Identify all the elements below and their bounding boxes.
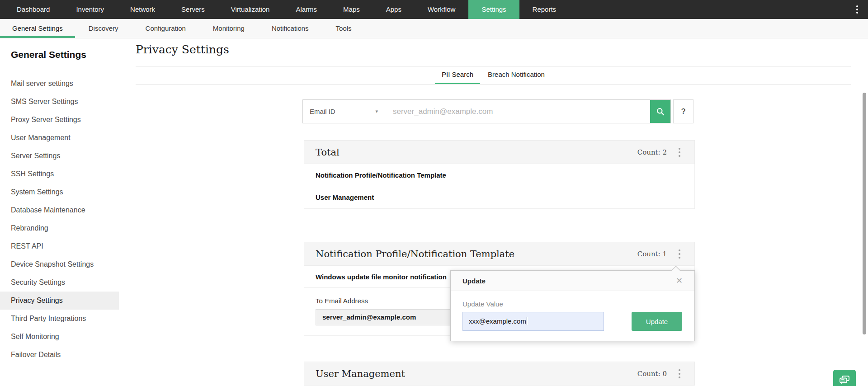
table-row[interactable]: Notification Profile/Notification Templa… [304,164,694,186]
sidebar-item-mail-server-settings[interactable]: Mail server settings [0,75,119,93]
nav-item-maps[interactable]: Maps [330,0,373,19]
text-cursor [527,317,527,325]
section-total: Total Count: 2 Notification Profile/Noti… [304,140,695,209]
popup-title: Update [462,277,486,285]
help-button[interactable]: ? [673,99,693,123]
kebab-dot [679,373,680,375]
count-badge: Count: 0 [637,370,667,378]
section-notification-header: Notification Profile/Notification Templa… [304,242,695,266]
section-user-management: User Management Count: 0 [304,362,695,386]
section-title: Notification Profile/Notification Templa… [316,249,514,259]
scrollbar[interactable] [863,93,866,334]
section-total-header: Total Count: 2 [304,140,695,164]
sidebar: General Settings Mail server settings SM… [0,38,119,386]
nav-item-settings[interactable]: Settings [468,0,519,19]
subnav-tab-tools[interactable]: Tools [322,19,365,38]
search-group: Email ID ▾ [302,99,671,123]
kebab-menu-icon[interactable] [676,248,683,260]
subnav-tab-discovery[interactable]: Discovery [75,19,132,38]
section-total-body: Notification Profile/Notification Templa… [304,164,695,209]
nav-item-reports[interactable]: Reports [519,0,570,19]
sidebar-item-self-monitoring[interactable]: Self Monitoring [0,328,119,346]
kebab-menu-icon[interactable] [676,146,683,158]
nav-item-alarms[interactable]: Alarms [283,0,330,19]
sidebar-item-user-management[interactable]: User Management [0,129,119,147]
sidebar-item-proxy-server-settings[interactable]: Proxy Server Settings [0,111,119,129]
sub-nav: General Settings Discovery Configuration… [0,19,868,38]
kebab-dot [856,5,858,7]
search-button[interactable] [650,100,670,123]
nav-item-dashboard[interactable]: Dashboard [4,0,63,19]
nav-item-workflow[interactable]: Workflow [415,0,468,19]
subnav-tab-monitoring[interactable]: Monitoring [199,19,258,38]
main-content: Privacy Settings PII Search Breach Notif… [119,38,868,386]
kebab-dot [679,257,680,259]
search-input[interactable] [385,100,650,123]
top-nav-items: Dashboard Inventory Network Servers Virt… [0,0,569,19]
sidebar-item-security-settings[interactable]: Security Settings [0,273,119,292]
update-value-label: Update Value [462,300,682,308]
sidebar-item-database-maintenance[interactable]: Database Maintenance [0,201,119,219]
to-email-address-value: server_admin@example.com [316,309,460,325]
sidebar-item-sms-server-settings[interactable]: SMS Server Settings [0,93,119,111]
subnav-tab-configuration[interactable]: Configuration [132,19,199,38]
kebab-dot [856,9,858,10]
kebab-dot [856,12,858,14]
kebab-dot [679,253,680,255]
sidebar-item-privacy-settings[interactable]: Privacy Settings [0,292,119,310]
tab-breach-notification[interactable]: Breach Notification [481,66,552,84]
update-button[interactable]: Update [632,312,682,331]
kebab-dot [679,377,680,378]
search-field-select[interactable]: Email ID ▾ [303,100,385,123]
count-badge: Count: 2 [637,148,667,156]
section-title: Total [316,147,340,158]
sidebar-item-rebranding[interactable]: Rebranding [0,219,119,237]
count-badge: Count: 1 [637,250,667,258]
sidebar-item-ssh-settings[interactable]: SSH Settings [0,165,119,183]
kebab-dot [679,249,680,251]
tab-pii-search[interactable]: PII Search [435,66,480,84]
kebab-menu-icon[interactable] [676,368,683,380]
sidebar-item-rest-api[interactable]: REST API [0,237,119,255]
nav-item-apps[interactable]: Apps [373,0,415,19]
update-popup-row: xxx@example.com Update [462,312,682,331]
kebab-dot [679,155,680,157]
subnav-tab-notifications[interactable]: Notifications [258,19,322,38]
update-popup-header: Update ✕ [451,271,694,291]
sidebar-item-third-party-integrations[interactable]: Third Party Integrations [0,310,119,328]
section-user-management-header: User Management Count: 0 [304,362,695,386]
subnav-tab-general-settings[interactable]: General Settings [0,19,75,38]
section-title: User Management [316,368,405,379]
chevron-down-icon: ▾ [375,108,378,114]
close-icon[interactable]: ✕ [676,277,683,285]
search-icon [656,107,665,116]
nav-item-inventory[interactable]: Inventory [63,0,117,19]
sidebar-title: General Settings [11,49,119,61]
kebab-menu-icon[interactable] [853,0,862,19]
kebab-dot [679,148,680,150]
nav-item-servers[interactable]: Servers [168,0,218,19]
chat-icon [838,373,851,386]
page-title: Privacy Settings [136,43,229,56]
kebab-dot [679,151,680,153]
nav-item-virtualization[interactable]: Virtualization [218,0,283,19]
kebab-dot [679,369,680,371]
update-value-text: xxx@example.com [469,317,526,325]
sidebar-item-failover-details[interactable]: Failover Details [0,346,119,364]
privacy-tabs: PII Search Breach Notification [136,66,851,85]
top-nav: Dashboard Inventory Network Servers Virt… [0,0,868,19]
table-row[interactable]: User Management [304,186,694,208]
sidebar-item-device-snapshot-settings[interactable]: Device Snapshot Settings [0,255,119,273]
update-value-input[interactable]: xxx@example.com [462,312,604,331]
update-popup-body: Update Value xxx@example.com Update [451,291,694,331]
chat-button[interactable] [833,370,856,386]
update-popup: Update ✕ Update Value xxx@example.com Up… [450,270,695,341]
nav-item-network[interactable]: Network [117,0,168,19]
sidebar-list: Mail server settings SMS Server Settings… [0,75,119,364]
sidebar-item-system-settings[interactable]: System Settings [0,183,119,201]
sidebar-item-server-settings[interactable]: Server Settings [0,147,119,165]
pii-search-bar: Email ID ▾ ? [302,99,693,123]
search-field-selected-value: Email ID [310,108,335,115]
